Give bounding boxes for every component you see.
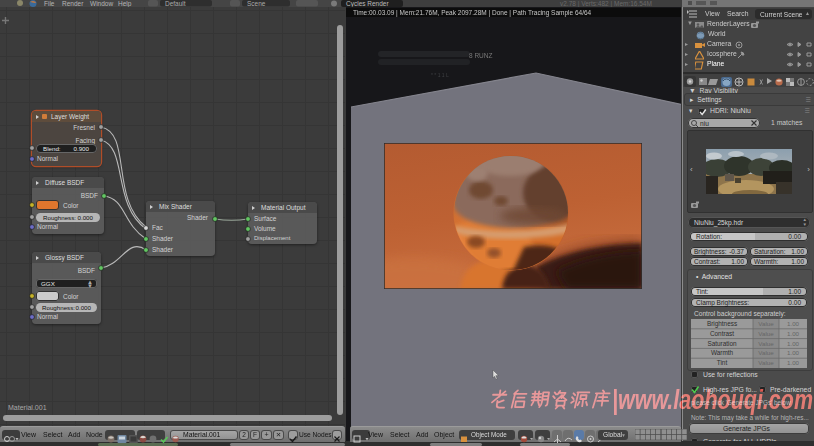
svg-text:Value: Value: [758, 340, 774, 347]
svg-text:Scene: Scene: [247, 0, 266, 7]
svg-text:v2.78 | Verts:482 | Mem:16.54M: v2.78 | Verts:482 | Mem:16.54M: [560, 0, 652, 7]
svg-text:1.00: 1.00: [787, 349, 800, 356]
svg-text:Brightness: Brightness: [707, 320, 737, 328]
svg-text:Cycles Render: Cycles Render: [346, 0, 389, 7]
svg-text:Help: Help: [118, 0, 132, 7]
svg-text:Value: Value: [758, 330, 774, 337]
svg-text:Window: Window: [90, 0, 113, 7]
svg-text:Contrast: Contrast: [710, 330, 734, 337]
svg-text:Value: Value: [758, 359, 774, 366]
svg-text:1.00: 1.00: [787, 320, 800, 327]
svg-text:Value: Value: [758, 320, 774, 327]
svg-text:|www.laohouqi.com: |www.laohouqi.com: [612, 383, 813, 414]
svg-text:Value: Value: [758, 349, 774, 356]
svg-text:Warmth: Warmth: [711, 349, 734, 356]
svg-text:Default: Default: [165, 0, 186, 7]
svg-text:Render: Render: [62, 0, 84, 7]
svg-text:Saturation: Saturation: [707, 340, 737, 347]
svg-text:1.00: 1.00: [787, 330, 800, 337]
svg-text:1.00: 1.00: [787, 359, 800, 366]
svg-text:File: File: [44, 0, 55, 7]
svg-text:1.00: 1.00: [787, 340, 800, 347]
svg-text:Tint: Tint: [717, 359, 728, 366]
